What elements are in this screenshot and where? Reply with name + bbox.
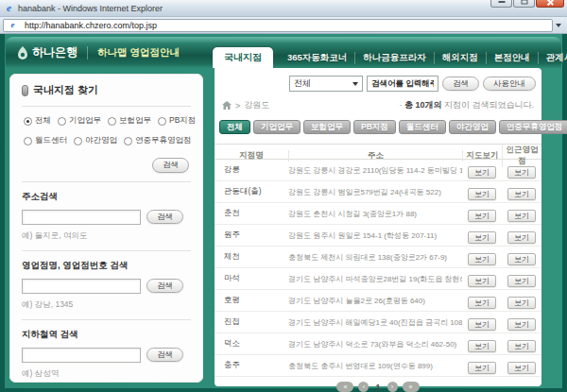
filter-pill-3[interactable]: PB지점 — [353, 120, 396, 134]
window-titlebar: e hanabank - Windows Internet Explorer — [0, 0, 567, 17]
nearby-branch-button[interactable]: 보기 — [507, 253, 536, 265]
url-input[interactable]: e http://hanabank.chzero.com/top.jsp — [3, 19, 553, 32]
radio-label: 전체 — [35, 115, 51, 127]
section-input-1[interactable] — [22, 279, 141, 294]
map-view-button[interactable]: 보기 — [468, 231, 496, 244]
nearby-branch-button[interactable]: 보기 — [507, 297, 536, 309]
nearby-branch-button[interactable]: 보기 — [507, 340, 536, 352]
filter-pill-6[interactable]: 연중무휴영업점 — [499, 120, 567, 134]
radio-icon — [58, 117, 66, 126]
last-page-button[interactable]: » — [403, 382, 420, 392]
table-row: 강릉강원도 강릉시 경강로 2110(임당동 114-2 동미빌딩 1층..보기… — [215, 160, 541, 181]
current-page[interactable]: 1 — [373, 383, 382, 392]
nearby-branch-button[interactable]: 보기 — [507, 318, 536, 331]
breadcrumb-region[interactable]: 강원도 — [244, 99, 269, 111]
close-button[interactable] — [536, 0, 564, 8]
next-page-button[interactable]: › — [387, 382, 398, 392]
prev-page-button[interactable]: ‹ — [358, 382, 369, 392]
branch-name: 원주 — [215, 230, 288, 241]
nearby-branch-button[interactable]: 보기 — [507, 362, 536, 374]
filter-pill-5[interactable]: 야간영업 — [449, 120, 496, 134]
map-view-button[interactable]: 보기 — [468, 210, 496, 222]
sidebar-section-0: 주소검색검색예) 을지로, 여의도 — [22, 191, 191, 242]
sidebar-radio-0[interactable]: 전체 — [24, 115, 51, 127]
tab-domestic-branch[interactable]: 국내지점 — [213, 47, 273, 68]
map-view-button[interactable]: 보기 — [468, 253, 496, 265]
column-header-map: 지도보기 — [462, 150, 502, 162]
radio-icon — [108, 117, 116, 126]
table-row: 관동대(출)강원도 강릉시 범일로579번길 24(내곡동 522)보기보기 — [215, 181, 541, 203]
radio-icon — [124, 137, 132, 145]
branch-name: 충주 — [215, 360, 288, 371]
nearby-branch-button[interactable]: 보기 — [507, 166, 536, 179]
category-select[interactable]: 전체 — [289, 76, 363, 92]
nearby-branch-button[interactable]: 보기 — [507, 231, 536, 244]
tab-5[interactable]: 관계사리스트 — [538, 52, 567, 64]
page-icon: e — [8, 20, 18, 30]
filter-pill-4[interactable]: 월드센터 — [399, 120, 446, 134]
result-count: · 총 10개의 지점이 검색되었습니다. — [399, 99, 534, 111]
filter-pill-1[interactable]: 기업업무 — [253, 120, 301, 134]
section-search-button-1[interactable]: 검색 — [146, 279, 183, 294]
section-search-button-2[interactable]: 검색 — [146, 348, 183, 363]
keyword-search-button[interactable]: 검색 — [442, 77, 479, 92]
map-view-button[interactable]: 보기 — [468, 297, 496, 309]
section-input-row: 검색 — [22, 210, 191, 225]
section-label: 지하철역 검색 — [22, 329, 191, 341]
tab-1[interactable]: 365자동화코너 — [280, 52, 354, 64]
sidebar-radio-4[interactable]: 월드센터 — [24, 135, 67, 146]
breadcrumb-separator: > — [235, 101, 240, 111]
divider — [22, 181, 191, 182]
filter-pill-2[interactable]: 보험업무 — [303, 120, 351, 134]
map-view-button[interactable]: 보기 — [468, 188, 496, 200]
usage-guide-button[interactable]: 사용안내 — [483, 77, 536, 92]
nearby-branch-button[interactable]: 보기 — [507, 188, 536, 200]
branch-name: 마석 — [215, 273, 288, 284]
map-view-button[interactable]: 보기 — [468, 340, 496, 352]
divider — [22, 319, 191, 320]
map-view-button[interactable]: 보기 — [468, 275, 496, 287]
breadcrumb-row: > 강원도 · 총 10개의 지점이 검색되었습니다. — [215, 99, 541, 111]
sidebar-radio-6[interactable]: 연중무휴영업점 — [124, 135, 192, 146]
sidebar-radio-2[interactable]: 보험업무 — [108, 115, 151, 127]
branch-type-radios-row2: 월드센터야간영업연중무휴영업점 — [24, 135, 191, 146]
branch-address: 강원도 강릉시 범일로579번길 24(내곡동 522) — [288, 187, 462, 197]
table-header: 지점명 주소 지도보기 인근영업점 — [215, 144, 541, 160]
keyword-input[interactable] — [367, 76, 438, 92]
filter-pill-0[interactable]: 전체 — [219, 120, 250, 134]
tab-3[interactable]: 해외지점 — [434, 52, 486, 64]
nearby-branch-button[interactable]: 보기 — [507, 210, 536, 222]
branch-results-panel: 전체 검색 사용안내 > 강원도 · 총 10개의 지점이 검색되었습니다. 전… — [215, 68, 541, 386]
sidebar-radio-3[interactable]: PB지점 — [158, 115, 196, 127]
branch-name: 관동대(출) — [215, 186, 288, 197]
tab-4[interactable]: 본점안내 — [486, 52, 538, 64]
minimize-button[interactable] — [490, 0, 512, 8]
home-icon — [222, 101, 232, 110]
first-page-button[interactable]: « — [336, 382, 353, 392]
hanabank-logo[interactable]: 하나은행 — [17, 44, 77, 60]
branch-name: 덕소 — [215, 338, 288, 349]
section-search-button-0[interactable]: 검색 — [146, 210, 183, 225]
type-search-button[interactable]: 검색 — [152, 158, 189, 173]
map-view-button[interactable]: 보기 — [468, 166, 496, 179]
branch-name: 진접 — [215, 316, 288, 328]
logo-text: 하나은행 — [32, 44, 77, 60]
map-view-button[interactable]: 보기 — [468, 318, 496, 331]
url-dropdown-button[interactable] — [553, 19, 564, 32]
table-row: 덕소경기도 남양주시 덕소로 73(와부읍 덕소리 462-50)보기보기 — [215, 333, 541, 355]
branch-type-radios-row1: 전체기업업무보험업무PB지점 — [24, 115, 191, 127]
sidebar-radio-1[interactable]: 기업업무 — [58, 115, 101, 127]
url-text: http://hanabank.chzero.com/top.jsp — [25, 21, 157, 30]
radio-label: 야간영업 — [85, 135, 117, 146]
chevron-down-icon — [352, 82, 358, 86]
section-input-2[interactable] — [22, 348, 141, 363]
section-example: 예) 을지로, 여의도 — [22, 230, 191, 242]
bullet: · — [399, 100, 402, 110]
map-view-button[interactable]: 보기 — [468, 362, 496, 374]
section-input-0[interactable] — [22, 210, 141, 225]
maximize-button[interactable] — [513, 0, 535, 8]
tab-2[interactable]: 하나금융프라자 — [354, 52, 434, 64]
nearby-branch-button[interactable]: 보기 — [507, 275, 536, 287]
sidebar-radio-5[interactable]: 야간영업 — [74, 135, 117, 146]
window-controls — [490, 0, 564, 8]
